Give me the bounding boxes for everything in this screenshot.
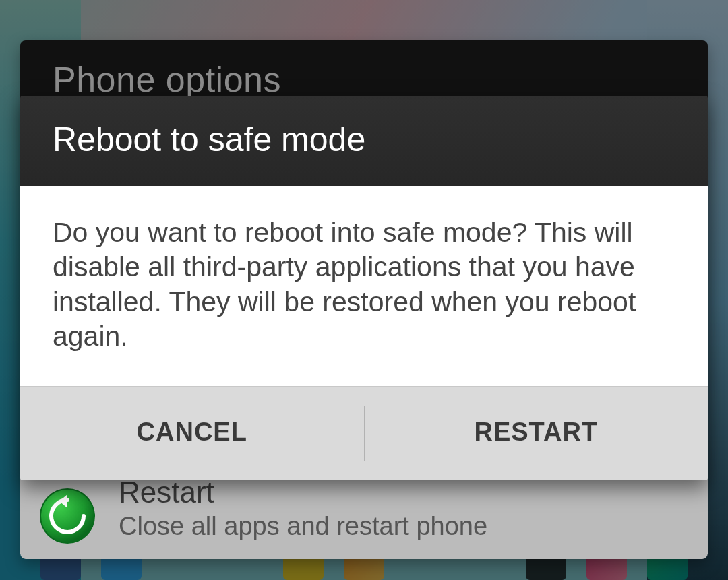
safe-mode-message: Do you want to reboot into safe mode? Th… — [20, 186, 708, 386]
restart-item-subtitle: Close all apps and restart phone — [119, 513, 487, 541]
restart-button[interactable]: RESTART — [365, 387, 708, 480]
cancel-button[interactable]: CANCEL — [20, 387, 364, 480]
safe-mode-dialog: Reboot to safe mode Do you want to reboo… — [20, 96, 708, 480]
restart-arrow-icon — [39, 488, 96, 544]
safe-mode-button-bar: CANCEL RESTART — [20, 386, 708, 480]
restart-item-label: Restart — [119, 476, 487, 509]
phone-options-title: Phone options — [53, 60, 281, 99]
safe-mode-header: Reboot to safe mode — [20, 96, 708, 186]
phone-options-restart-item[interactable]: Restart Close all apps and restart phone — [20, 476, 708, 559]
safe-mode-title: Reboot to safe mode — [53, 121, 365, 158]
